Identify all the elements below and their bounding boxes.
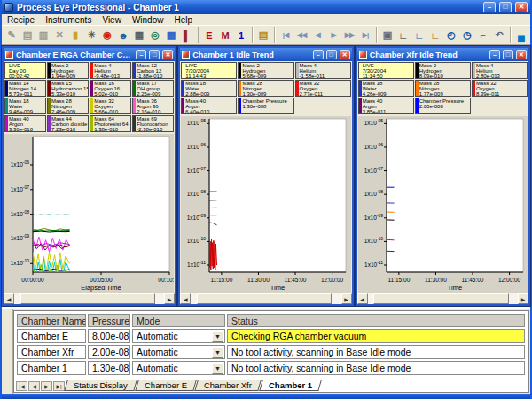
legend-cell[interactable]: Mass 44Carbon dioxide7.23e-010: [47, 115, 89, 132]
axes-linear-icon[interactable]: ∟: [395, 27, 411, 43]
legend-cell[interactable]: Mass 28Nitrogen2.46e-009: [47, 98, 89, 114]
legend-cell[interactable]: Mass 2Hydrogen8.09e-010: [415, 62, 471, 79]
trend-m-icon[interactable]: M: [217, 27, 233, 43]
scroll-right-button[interactable]: ▶: [518, 293, 528, 304]
legend-cell[interactable]: Mass 69Fluorocarbon-2.38e-010: [132, 115, 174, 132]
legend-cell[interactable]: Mass 18Water2.88e-009: [181, 80, 237, 97]
tab-chamber-xfr[interactable]: Chamber Xfr: [194, 380, 261, 391]
minimize-button[interactable]: –: [313, 50, 324, 59]
scroll-left-button[interactable]: ◀: [4, 293, 14, 304]
recipe-log-icon[interactable]: ▤: [255, 27, 271, 43]
maximize-button[interactable]: □: [149, 50, 160, 59]
legend-cell[interactable]: Mass 15Hydrocarbon 155.33e-010: [47, 80, 89, 97]
legend-cell[interactable]: Mass 32Oxygen8.39e-011: [472, 80, 528, 97]
legend-cell[interactable]: Mass 4Helium-9.48e-013: [90, 62, 131, 79]
measure-icon[interactable]: ⌐: [475, 27, 491, 43]
alarm-icon[interactable]: ◉: [99, 27, 115, 43]
scroll-thumb[interactable]: [197, 293, 332, 304]
tab-scroll-prev[interactable]: ◀: [28, 381, 40, 391]
scroll-left-button[interactable]: ◀: [180, 293, 191, 304]
scroll-right-button[interactable]: ▶: [164, 293, 175, 304]
trend-chart[interactable]: 1x10-061x10-071x10-081x10-091x10-1000:00…: [4, 134, 174, 293]
scroll-track[interactable]: [191, 293, 340, 304]
chart-canvas[interactable]: 1x10-051x10-061x10-071x10-081x10-091x10-…: [181, 116, 350, 293]
trend-chart[interactable]: 1x10-051x10-061x10-071x10-081x10-091x10-…: [358, 116, 528, 293]
tab-scroll-next[interactable]: ▶: [41, 381, 52, 391]
close-button[interactable]: ✕: [340, 50, 350, 59]
legend-cell[interactable]: Mass 18Water9.46e-009: [4, 98, 46, 114]
chamber-xfr-window-titlebar[interactable]: Chamber Xfr Idle Trend–□✕: [357, 48, 528, 61]
legend-cell[interactable]: Chamber Pressure1.30e-008: [238, 98, 293, 114]
menu-help[interactable]: Help: [168, 15, 198, 25]
legend-cell[interactable]: Mass 16Oxygen 165.02e-010: [90, 80, 131, 97]
legend-cell[interactable]: LIVEDay 0000:02:42: [4, 62, 46, 79]
menu-recipe[interactable]: Recipe: [2, 15, 40, 25]
tab-chamber-e[interactable]: Chamber E: [135, 380, 197, 391]
spectrum-view-icon[interactable]: ▄: [513, 27, 529, 43]
trend-1-icon[interactable]: 1: [233, 27, 249, 43]
legend-cell[interactable]: Mass 12Carbon 12-1.88e-010: [132, 62, 174, 79]
dropdown-arrow-icon[interactable]: ▼: [212, 363, 223, 374]
legend-cell[interactable]: Mass 40Argon3.36e-010: [4, 115, 46, 132]
trend-chart[interactable]: 1x10-051x10-061x10-071x10-081x10-091x10-…: [181, 116, 350, 293]
scroll-track[interactable]: [14, 293, 164, 304]
menu-instruments[interactable]: Instruments: [40, 15, 97, 25]
scroll-thumb[interactable]: [20, 293, 155, 304]
chart-canvas[interactable]: 1x10-061x10-071x10-081x10-091x10-1000:00…: [4, 134, 174, 293]
legend-cell[interactable]: Mass 4Helium2.80e-013: [472, 62, 528, 79]
legend-cell[interactable]: Mass 40Argon3.85e-011: [358, 98, 414, 114]
undo-zoom-icon[interactable]: ↶: [491, 27, 507, 43]
trend-e-icon[interactable]: E: [201, 27, 217, 43]
legend-cell[interactable]: Mass 28Nitrogen1.77e-009: [415, 80, 471, 97]
legend-cell[interactable]: Mass 64Photoresist 641.38e-010: [90, 115, 131, 132]
chamber-1-window-titlebar[interactable]: Chamber 1 Idle Trend–□✕: [180, 48, 351, 61]
lock-icon[interactable]: ▮: [67, 27, 83, 43]
close-button[interactable]: ✕: [162, 50, 173, 59]
close-button[interactable]: ✕: [515, 2, 528, 12]
chart-horizontal-scrollbar[interactable]: ◀▶: [180, 293, 351, 304]
scroll-left-button[interactable]: ◀: [357, 293, 368, 304]
legend-cell[interactable]: Mass 32Oxygen2.77e-011: [295, 80, 351, 97]
legend-cell[interactable]: LIVE7/30/200411:14:43: [181, 62, 237, 79]
legend-cell[interactable]: Chamber Pressure2.00e-008: [415, 98, 471, 114]
legend-cell[interactable]: Mass 14Nitrogen 145.73e-011: [4, 80, 46, 97]
tab-scroll-first[interactable]: |◀: [16, 381, 27, 391]
legend-cell[interactable]: Mass 4Helium-1.58e-011: [295, 62, 351, 79]
tab-status-display[interactable]: Status Display: [64, 380, 137, 391]
menu-window[interactable]: Window: [127, 15, 169, 25]
dropdown-arrow-icon[interactable]: ▼: [212, 331, 223, 342]
legend-cell[interactable]: Mass 32Oxygen5.66e-010: [90, 98, 131, 114]
help-book-icon[interactable]: ▌: [179, 27, 195, 43]
close-button[interactable]: ✕: [516, 50, 527, 59]
tab-chamber-1[interactable]: Chamber 1: [259, 380, 322, 391]
legend-cell[interactable]: Mass 2Hydrogen5.68e-009: [238, 62, 293, 79]
main-titlebar[interactable]: Process Eye Professional - Chamber 1 – □…: [2, 0, 530, 14]
legend-cell[interactable]: Mass 28Nitrogen1.30e-009: [238, 80, 293, 97]
menu-view[interactable]: View: [97, 15, 127, 25]
legend-cell[interactable]: LIVE7/30/200411:14:50: [358, 62, 414, 79]
mode-dropdown[interactable]: Automatic▼: [134, 346, 223, 358]
legend-cell[interactable]: Mass 17OH group2.25e-009: [132, 80, 174, 97]
legend-cell[interactable]: Mass 36Argon 362.16e-010: [132, 98, 174, 114]
print-icon[interactable]: ▦: [131, 27, 147, 43]
scroll-right-button[interactable]: ▶: [341, 293, 352, 304]
chart-canvas[interactable]: 1x10-051x10-061x10-071x10-081x10-091x10-…: [358, 116, 528, 293]
chamber-e-window-titlebar[interactable]: Chamber E RGA Chamber Check Trend–□✕: [4, 48, 175, 61]
tools-icon[interactable]: ✳: [83, 27, 99, 43]
mode-dropdown[interactable]: Automatic▼: [134, 330, 223, 342]
axes-auto-icon[interactable]: ∟: [427, 27, 443, 43]
properties-icon[interactable]: ▣: [379, 27, 395, 43]
maximize-button[interactable]: □: [326, 50, 337, 59]
maximize-button[interactable]: □: [499, 2, 512, 12]
minimize-button[interactable]: –: [136, 50, 146, 59]
legend-cell[interactable]: Mass 2Hydrogen1.94e-009: [47, 62, 89, 79]
minimize-button[interactable]: –: [489, 50, 500, 59]
chart-horizontal-scrollbar[interactable]: ◀▶: [4, 293, 175, 304]
legend-cell[interactable]: Mass 18Water4.26e-009: [358, 80, 414, 97]
scroll-track[interactable]: [368, 293, 518, 304]
user-setup-icon[interactable]: ☻: [115, 27, 131, 43]
chart-horizontal-scrollbar[interactable]: ◀▶: [357, 293, 528, 304]
minimize-button[interactable]: –: [483, 2, 496, 12]
scroll-thumb[interactable]: [373, 293, 508, 304]
preview-icon[interactable]: ◎: [147, 27, 163, 43]
